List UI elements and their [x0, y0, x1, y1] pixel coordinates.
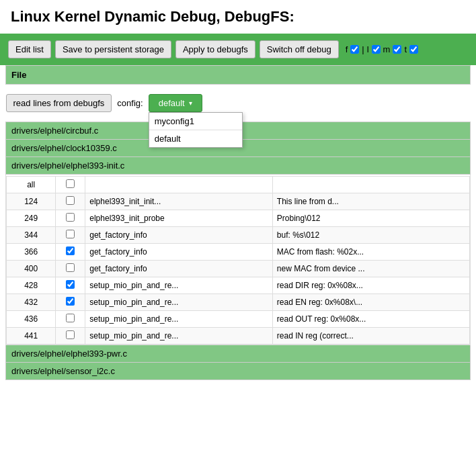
message-text: buf: %s\012: [272, 227, 469, 244]
config-dropdown[interactable]: default▾default: [149, 94, 202, 112]
checkbox-cell: [56, 294, 85, 311]
line-number: 436: [7, 311, 56, 328]
line-number: 344: [7, 227, 56, 244]
save-storage-button[interactable]: Save to persistent storage: [55, 40, 171, 58]
checkbox-cell: [56, 193, 85, 210]
file-section-row: drivers/elphel/sensor_i2c.c: [6, 363, 471, 380]
checkbox-cell: [56, 328, 85, 345]
flag-l-label: l: [367, 44, 369, 54]
file-section-name: drivers/elphel/elphel393-init.c: [6, 157, 471, 175]
row-checkbox[interactable]: [66, 330, 75, 339]
function-name: [85, 177, 273, 193]
message-text: read EN reg: 0x%08x\...: [272, 294, 469, 311]
table-row: 124elphel393_init_init...This line from …: [7, 193, 470, 210]
message-text: [272, 177, 469, 193]
function-name: setup_mio_pin_and_re...: [85, 311, 273, 328]
line-number: 366: [7, 244, 56, 261]
switch-off-button[interactable]: Switch off debug: [260, 40, 339, 58]
flag-t-label: t: [404, 44, 407, 54]
table-row: 400get_factory_infonew MAC from device .…: [7, 261, 470, 277]
function-name: get_factory_info: [85, 227, 273, 244]
checkbox-cell: [56, 210, 85, 227]
checkbox-cell: [56, 177, 85, 193]
function-name: setup_mio_pin_and_re...: [85, 277, 273, 294]
file-section-name: drivers/elphel/sensor_i2c.c: [6, 363, 471, 380]
dropdown-arrow-icon: ▾: [189, 99, 192, 107]
table-row: 249elphel393_init_probeProbing\012: [7, 210, 470, 227]
checkbox-cell: [56, 261, 85, 277]
line-number: 249: [7, 210, 56, 227]
flag-m-checkbox[interactable]: [393, 45, 401, 54]
table-row: 344get_factory_infobuf: %s\012: [7, 227, 470, 244]
checkbox-cell: [56, 311, 85, 328]
function-name: setup_mio_pin_and_re...: [85, 294, 273, 311]
checkbox-cell: [56, 277, 85, 294]
table-row: 436setup_mio_pin_and_re...read OUT reg: …: [7, 311, 470, 328]
row-checkbox[interactable]: [66, 230, 75, 238]
flag-checkboxes: f | l m t: [346, 44, 418, 54]
row-checkbox[interactable]: [66, 263, 75, 272]
dropdown-value-label: default: [159, 98, 185, 108]
config-label: config:: [117, 98, 143, 108]
checkbox-cell: [56, 227, 85, 244]
function-name: setup_mio_pin_and_re...: [85, 328, 273, 345]
dropdown-menu: default: [149, 112, 243, 148]
main-content: File read lines from debugfsconfig:defau…: [0, 65, 476, 386]
row-checkbox[interactable]: [66, 179, 75, 188]
flag-f-checkbox[interactable]: [350, 45, 359, 54]
message-text: MAC from flash: %02x...: [272, 244, 469, 261]
message-text: new MAC from device ...: [272, 261, 469, 277]
apply-debugfs-button[interactable]: Apply to debugfs: [175, 40, 255, 58]
row-checkbox[interactable]: [66, 314, 75, 322]
row-checkbox[interactable]: [66, 213, 75, 222]
table-row: 441setup_mio_pin_and_re...read IN reg (c…: [7, 328, 470, 345]
row-checkbox[interactable]: [66, 246, 75, 255]
row-checkbox[interactable]: [66, 297, 75, 306]
line-number: 432: [7, 294, 56, 311]
file-section-name: drivers/elphel/elphel393-pwr.c: [6, 345, 471, 363]
checkbox-cell: [56, 244, 85, 261]
row-checkbox[interactable]: [66, 196, 75, 205]
read-lines-button[interactable]: read lines from debugfs: [6, 94, 112, 112]
message-text: This line from d...: [272, 193, 469, 210]
function-name: elphel393_init_probe: [85, 210, 273, 227]
message-text: read IN reg (correct...: [272, 328, 469, 345]
config-dropdown-button[interactable]: default▾: [149, 94, 202, 112]
file-column-header: File: [6, 66, 471, 85]
flag-m-label: m: [383, 44, 391, 54]
dropdown-item[interactable]: default: [149, 130, 242, 147]
line-number: all: [7, 177, 56, 193]
table-row: 366get_factory_infoMAC from flash: %02x.…: [7, 244, 470, 261]
edit-list-button[interactable]: Edit list: [8, 40, 51, 58]
controls-row: read lines from debugfsconfig:default▾de…: [6, 89, 471, 118]
inner-table-row: all124elphel393_init_init...This line fr…: [6, 175, 471, 345]
line-number: 428: [7, 277, 56, 294]
table-row: 428setup_mio_pin_and_re...read DIR reg: …: [7, 277, 470, 294]
row-checkbox[interactable]: [66, 280, 75, 289]
table-row: all: [7, 177, 470, 193]
function-name: elphel393_init_init...: [85, 193, 273, 210]
config-name-input[interactable]: [149, 113, 242, 130]
message-text: Probing\012: [272, 210, 469, 227]
flag-f-label: f: [346, 44, 348, 54]
flag-separator-1: |: [362, 44, 364, 54]
file-section-row: drivers/elphel/elphel393-pwr.c: [6, 345, 471, 363]
line-number: 400: [7, 261, 56, 277]
line-number: 441: [7, 328, 56, 345]
function-name: get_factory_info: [85, 244, 273, 261]
file-section-row: drivers/elphel/elphel393-init.c: [6, 157, 471, 175]
message-text: read OUT reg: 0x%08x...: [272, 311, 469, 328]
line-number: 124: [7, 193, 56, 210]
file-table: File read lines from debugfsconfig:defau…: [5, 65, 471, 380]
page-title: Linux Kernel Dynamic Debug, DebugFS:: [0, 0, 476, 34]
message-text: read DIR reg: 0x%08x...: [272, 277, 469, 294]
toolbar: Edit list Save to persistent storage App…: [0, 34, 476, 65]
function-name: get_factory_info: [85, 261, 273, 277]
debug-lines-table: all124elphel393_init_init...This line fr…: [6, 176, 470, 345]
table-row: 432setup_mio_pin_and_re...read EN reg: 0…: [7, 294, 470, 311]
flag-t-checkbox[interactable]: [409, 45, 418, 54]
flag-l-checkbox[interactable]: [372, 45, 381, 54]
